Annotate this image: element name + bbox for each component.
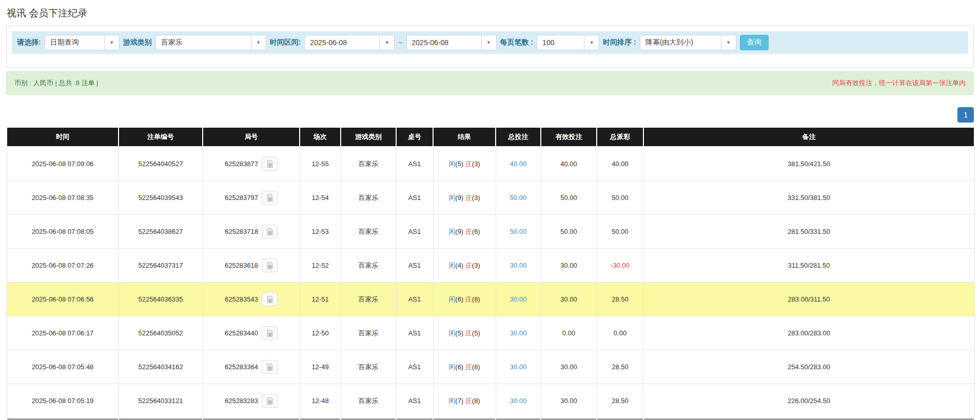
page-size-label: 每页笔数 : [500, 38, 534, 47]
table-row: 2025-06-08 07:07:26 522564037317 6252836… [7, 249, 974, 283]
cell-session: 12-49 [300, 350, 341, 384]
cell-bet-id: 522564035052 [119, 316, 203, 350]
date-to-select[interactable]: 2025-06-08 ▼ [406, 35, 497, 50]
film-reel-icon [266, 160, 274, 168]
film-reel-icon [266, 262, 274, 270]
date-from-select[interactable]: 2025-06-08 ▼ [304, 35, 395, 50]
cell-result: 闲(6) 庄(8) [433, 283, 496, 316]
cell-bet-id: 522564034162 [119, 350, 203, 384]
cell-time: 2025-06-08 07:05:48 [7, 350, 119, 384]
cell-session: 12-48 [300, 384, 341, 418]
cell-bet-id: 522564036335 [119, 283, 203, 316]
cell-valid-bet: 40.00 [541, 147, 597, 181]
chevron-down-icon[interactable]: ▼ [251, 35, 266, 50]
pagination: 1 [6, 107, 974, 123]
page-title: 视讯 会员下注纪录 [0, 0, 980, 24]
cell-round-id: 625283364 [203, 350, 300, 384]
video-replay-button[interactable] [262, 360, 278, 374]
cell-remark: 311.50/281.50 [643, 249, 974, 283]
round-id-text: 625283618 [225, 262, 258, 269]
cell-payout: 28.50 [597, 350, 643, 384]
cell-remark: 381.50/421.50 [643, 147, 974, 181]
date-from-value: 2025-06-08 [305, 35, 379, 50]
date-to-value: 2025-06-08 [407, 35, 481, 50]
cell-result: 闲(5) 庄(3) [433, 147, 496, 181]
cell-bet-id: 522564039543 [119, 181, 203, 215]
player-result-label: 闲 [448, 397, 455, 405]
header-valid-bet: 有效投注 [541, 127, 597, 147]
select-type-label: 请选择: [17, 38, 41, 47]
cell-payout: 40.00 [597, 147, 643, 181]
player-result-label: 闲 [448, 295, 455, 303]
banker-result-label: 庄 [465, 397, 472, 405]
cell-session: 12-55 [300, 147, 341, 181]
subtotal-total-bet: 290.00 [496, 418, 541, 420]
banker-result-label: 庄 [465, 295, 472, 303]
video-replay-button[interactable] [262, 191, 278, 205]
video-replay-button[interactable] [262, 157, 278, 171]
player-result-points: (7) [455, 397, 463, 405]
banker-result-points: (5) [472, 329, 480, 337]
cell-result: 闲(7) 庄(8) [433, 384, 496, 418]
video-replay-button[interactable] [262, 394, 278, 408]
cell-table-no: AS1 [396, 283, 433, 316]
total-bet-link[interactable]: 40.00 [510, 160, 527, 168]
player-result-points: (6) [455, 363, 463, 371]
total-bet-link[interactable]: 50.00 [510, 228, 527, 235]
cell-payout: -30.00 [597, 249, 643, 283]
cell-payout: 50.00 [597, 215, 643, 249]
cell-session: 12-52 [300, 249, 341, 283]
round-id-text: 625283283 [225, 397, 258, 405]
cell-total-bet: 40.00 [496, 147, 541, 181]
total-bet-link[interactable]: 30.00 [510, 329, 527, 337]
cell-total-bet: 50.00 [496, 181, 541, 215]
cell-round-id: 625283543 [203, 283, 300, 316]
total-bet-link[interactable]: 30.00 [510, 363, 527, 371]
banker-result-label: 庄 [465, 329, 472, 337]
cell-time: 2025-06-08 07:07:26 [7, 249, 119, 283]
sort-order-select[interactable]: 降幂(由大到小) ▼ [640, 35, 736, 50]
chevron-down-icon[interactable]: ▼ [104, 35, 119, 50]
cell-time: 2025-06-08 07:05:19 [7, 384, 119, 418]
cell-result: 闲(9) 庄(6) [433, 215, 496, 249]
cell-table-no: AS1 [396, 316, 433, 350]
film-reel-icon [266, 295, 274, 304]
page-1-button[interactable]: 1 [957, 107, 974, 123]
cell-time: 2025-06-08 07:08:35 [7, 181, 119, 215]
chevron-down-icon[interactable]: ▼ [584, 35, 599, 50]
video-replay-button[interactable] [262, 292, 278, 306]
video-replay-button[interactable] [262, 326, 278, 340]
banker-result-points: (8) [472, 397, 480, 405]
video-replay-button[interactable] [262, 225, 278, 238]
total-bet-link[interactable]: 50.00 [510, 194, 527, 202]
film-reel-icon [266, 194, 274, 202]
banker-result-label: 庄 [465, 262, 472, 269]
page-size-select[interactable]: 100 ▼ [537, 35, 599, 50]
search-button[interactable]: 查询 [740, 35, 769, 50]
banker-result-label: 庄 [465, 160, 472, 168]
chevron-down-icon[interactable]: ▼ [379, 35, 394, 50]
subtotal-count: 8 [119, 418, 203, 420]
subtotal-payout: 195.50 [597, 418, 643, 420]
video-replay-button[interactable] [262, 258, 278, 272]
cell-valid-bet: 30.00 [541, 249, 597, 283]
total-bet-link[interactable]: 30.00 [510, 262, 527, 269]
cell-valid-bet: 30.00 [541, 384, 597, 418]
query-type-select[interactable]: 日期查询 ▼ [45, 35, 120, 50]
round-id-text: 625283440 [225, 329, 258, 337]
cell-remark: 283.00/311.50 [643, 283, 974, 316]
game-type-select[interactable]: 百家乐 ▼ [155, 35, 266, 50]
banker-result-label: 庄 [465, 363, 472, 371]
chevron-down-icon[interactable]: ▼ [721, 35, 736, 50]
total-bet-link[interactable]: 30.00 [510, 397, 527, 405]
chevron-down-icon[interactable]: ▼ [481, 35, 496, 50]
page-size-value: 100 [537, 35, 584, 50]
cell-payout: 50.00 [597, 181, 643, 215]
table-row: 2025-06-08 07:05:19 522564033121 6252832… [7, 384, 974, 418]
header-remark: 备注 [643, 127, 974, 147]
total-bet-link[interactable]: 30.00 [510, 295, 527, 303]
game-type-value: 百家乐 [156, 35, 251, 50]
cell-time: 2025-06-08 07:06:56 [7, 283, 119, 316]
cell-bet-id: 522564040527 [119, 147, 203, 181]
cell-valid-bet: 30.00 [541, 350, 597, 384]
